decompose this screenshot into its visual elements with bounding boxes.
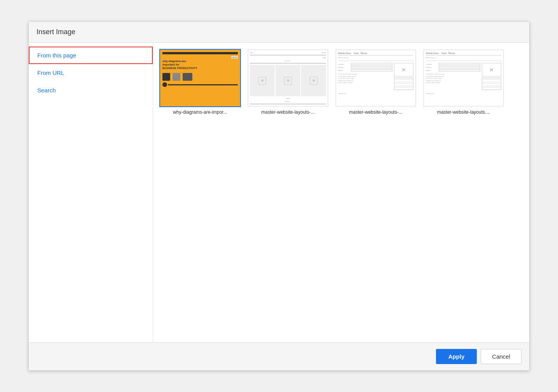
image-item-1[interactable]: argmax why-diagrams-are-important forBUS… <box>159 49 241 115</box>
image-thumbnail-2[interactable]: triple picture triple picture... ⊞ <box>247 49 329 107</box>
dialog-header: Insert Image <box>29 22 529 43</box>
sidebar-item-from-this-page[interactable]: From this page <box>29 47 153 64</box>
sidebar-item-search[interactable]: Search <box>29 82 153 99</box>
image-item-4[interactable]: Website Name Tuyên · Šămore Aboronomy In… <box>423 49 504 115</box>
image-label-4: master-website-layouts.... <box>437 109 490 115</box>
insert-image-dialog: Insert Image From this page From URL Sea… <box>28 21 530 371</box>
apply-button[interactable]: Apply <box>436 349 477 364</box>
image-thumbnail-3[interactable]: Website Name Tuyên · Šămore Aboronomy In… <box>335 49 417 107</box>
image-item-3[interactable]: Website Name Tuyên · Šămore Aboronomy In… <box>335 49 417 115</box>
cancel-button[interactable]: Cancel <box>481 349 521 364</box>
dialog-footer: Apply Cancel <box>29 342 529 370</box>
dialog-body: From this page From URL Search argmax <box>29 43 529 342</box>
image-grid: argmax why-diagrams-are-important forBUS… <box>159 49 523 115</box>
image-label-2: master-website-layouts-... <box>261 109 314 115</box>
dialog-title: Insert Image <box>37 28 521 36</box>
sidebar: From this page From URL Search <box>29 43 153 342</box>
image-label-1: why-diagrams-are-impor... <box>173 109 227 115</box>
image-thumbnail-1[interactable]: argmax why-diagrams-are-important forBUS… <box>159 49 241 107</box>
image-item-2[interactable]: triple picture triple picture... ⊞ <box>247 49 329 115</box>
image-content-area: argmax why-diagrams-are-important forBUS… <box>153 43 529 342</box>
image-thumbnail-4[interactable]: Website Name Tuyên · Šămore Aboronomy In… <box>423 49 504 107</box>
sidebar-item-from-url[interactable]: From URL <box>29 64 153 82</box>
image-label-3: master-website-layouts-... <box>349 109 402 115</box>
